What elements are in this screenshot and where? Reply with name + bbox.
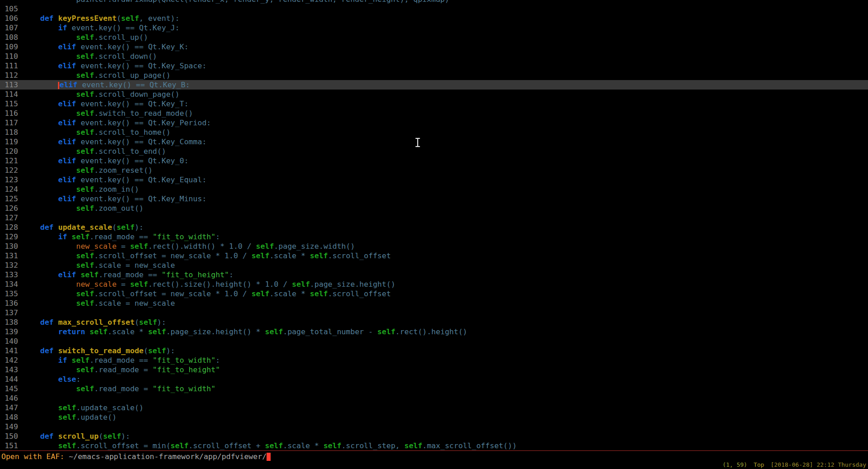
code-area[interactable]: painter.drawPixmap(QRect(render_x, rende…	[0, 0, 868, 450]
code-token	[22, 24, 58, 32]
code-line[interactable]: 108 self.scroll_up()	[0, 33, 868, 42]
code-line[interactable]: 117 elif event.key() == Qt.Key_Period:	[0, 118, 868, 128]
code-line[interactable]: 111 elif event.key() == Qt.Key_Space:	[0, 61, 868, 71]
code-line[interactable]: 128 def update_scale(self):	[0, 223, 868, 232]
line-number: 113	[0, 80, 18, 90]
code-line[interactable]: 113 elif event.key() == Qt.Key_B:	[0, 80, 868, 90]
code-token: event.key() == Qt.Key_0:	[76, 156, 188, 165]
code-line[interactable]: 142 if self.read_mode == "fit_to_width":	[0, 355, 868, 365]
code-line[interactable]: 131 self.scroll_offset = new_scale * 1.0…	[0, 251, 868, 261]
code-line[interactable]: 132 self.scale = new_scale	[0, 261, 868, 270]
code-line[interactable]: 118 self.scroll_to_home()	[0, 128, 868, 137]
code-token: .scroll_down()	[94, 52, 157, 61]
code-line[interactable]: 105	[0, 4, 868, 14]
minibuffer[interactable]: Open with EAF: ~/emacs-application-frame…	[1, 452, 271, 463]
datetime-indicator: [2018-06-28] 22:12 Thursday	[771, 461, 866, 468]
code-line[interactable]: 127	[0, 213, 868, 223]
code-token: self	[81, 270, 99, 279]
code-token: self	[76, 90, 94, 99]
code-line[interactable]: 125 elif event.key() == Qt.Key_Minus:	[0, 194, 868, 204]
code-token	[22, 441, 58, 450]
code-token: self	[72, 356, 90, 365]
code-line[interactable]: 150 def scroll_up(self):	[0, 431, 868, 441]
code-line[interactable]: 130 new_scale = self.rect().width() * 1.…	[0, 242, 868, 251]
code-token: def	[40, 346, 54, 355]
code-token: self	[117, 223, 135, 232]
line-number	[0, 0, 18, 4]
code-line[interactable]: 133 elif self.read_mode == "fit_to_heigh…	[0, 270, 868, 280]
code-line[interactable]: 149	[0, 422, 868, 431]
code-text: self.scale = new_scale	[22, 298, 175, 308]
minibuffer-input[interactable]: ~/emacs-application-framework/app/pdfvie…	[69, 452, 267, 461]
code-token: .page_total_number -	[283, 327, 377, 336]
code-token: elif	[58, 62, 76, 70]
code-line[interactable]: 137	[0, 308, 868, 317]
code-line[interactable]: 143 self.read_mode = "fit_to_height"	[0, 365, 868, 374]
code-text: if self.read_mode == "fit_to_width":	[22, 355, 220, 365]
code-line[interactable]: 121 elif event.key() == Qt.Key_0:	[0, 156, 868, 166]
code-token: .scroll_down_page()	[94, 90, 180, 99]
code-token	[22, 299, 76, 308]
code-token: self	[58, 441, 76, 450]
code-line[interactable]: 110 self.scroll_down()	[0, 52, 868, 61]
code-token: ):	[157, 318, 166, 327]
code-line[interactable]: 151 self.scroll_offset = min(self.scroll…	[0, 441, 868, 450]
code-line[interactable]: 124 self.zoom_in()	[0, 185, 868, 194]
code-token: self	[265, 327, 283, 336]
code-line[interactable]: 135 self.scroll_offset = new_scale * 1.0…	[0, 289, 868, 298]
code-line[interactable]: 115 elif event.key() == Qt.Key_T:	[0, 99, 868, 109]
code-line[interactable]: 116 self.switch_to_read_mode()	[0, 109, 868, 118]
code-line[interactable]: 134 new_scale = self.rect().size().heigh…	[0, 280, 868, 289]
code-token	[67, 356, 72, 365]
code-line[interactable]: 126 self.zoom_out()	[0, 204, 868, 213]
code-line[interactable]: 146	[0, 393, 868, 403]
code-token: "fit_to_height"	[162, 270, 229, 279]
code-line[interactable]: 120 self.scroll_to_end()	[0, 147, 868, 156]
code-line-partial[interactable]: painter.drawPixmap(QRect(render_x, rende…	[0, 0, 868, 4]
code-line[interactable]: 138 def max_scroll_offset(self):	[0, 317, 868, 327]
code-token: elif	[59, 81, 77, 89]
code-token: elif	[58, 270, 76, 279]
code-line[interactable]: 112 self.scroll_up_page()	[0, 71, 868, 80]
code-token	[54, 432, 58, 441]
code-line[interactable]: 119 elif event.key() == Qt.Key_Comma:	[0, 137, 868, 147]
code-line[interactable]: 114 self.scroll_down_page()	[0, 90, 868, 99]
code-line[interactable]: 136 self.scale = new_scale	[0, 298, 868, 308]
code-text: elif event.key() == Qt.Key_K:	[22, 42, 189, 52]
code-token: self	[90, 327, 108, 336]
code-line[interactable]: 145 self.read_mode = "fit_to_width"	[0, 384, 868, 393]
code-line[interactable]: 107 if event.key() == Qt.Key_J:	[0, 23, 868, 33]
code-token	[22, 81, 58, 89]
code-text: self.update()	[22, 412, 117, 422]
code-token	[22, 128, 76, 137]
code-token: self	[76, 71, 94, 80]
code-line[interactable]: 148 self.update()	[0, 412, 868, 422]
line-number: 139	[0, 327, 18, 336]
line-number: 112	[0, 71, 18, 80]
code-line[interactable]: 109 elif event.key() == Qt.Key_K:	[0, 42, 868, 52]
code-token: self	[76, 261, 94, 270]
code-text: self.scroll_down()	[22, 52, 157, 61]
code-line[interactable]: 140	[0, 336, 868, 346]
code-token	[22, 384, 76, 393]
code-token: max_scroll_offset	[58, 318, 135, 327]
code-token: .read_mode =	[94, 365, 153, 374]
code-line[interactable]: 139 return self.scale * self.page_size.h…	[0, 327, 868, 336]
code-token	[22, 109, 76, 118]
code-token: .update()	[76, 413, 116, 422]
code-line[interactable]: 144 else:	[0, 374, 868, 384]
code-text: self.scroll_offset = new_scale * 1.0 / s…	[22, 251, 391, 261]
code-token: update_scale	[58, 223, 112, 232]
code-token: , event):	[139, 14, 179, 23]
code-token	[22, 346, 40, 355]
code-line[interactable]: 122 self.zoom_reset()	[0, 166, 868, 175]
code-line[interactable]: 141 def switch_to_read_mode(self):	[0, 346, 868, 355]
code-line[interactable]: 123 elif event.key() == Qt.Key_Equal:	[0, 175, 868, 185]
code-line[interactable]: 129 if self.read_mode == "fit_to_width":	[0, 232, 868, 242]
code-line[interactable]: 147 self.update_scale()	[0, 403, 868, 412]
code-token: self	[76, 166, 94, 175]
code-line[interactable]: 106 def keyPressEvent(self, event):	[0, 14, 868, 23]
code-token: elif	[58, 194, 76, 203]
code-token: .scroll_offset	[328, 289, 391, 298]
code-text: self.scroll_up_page()	[22, 71, 171, 80]
